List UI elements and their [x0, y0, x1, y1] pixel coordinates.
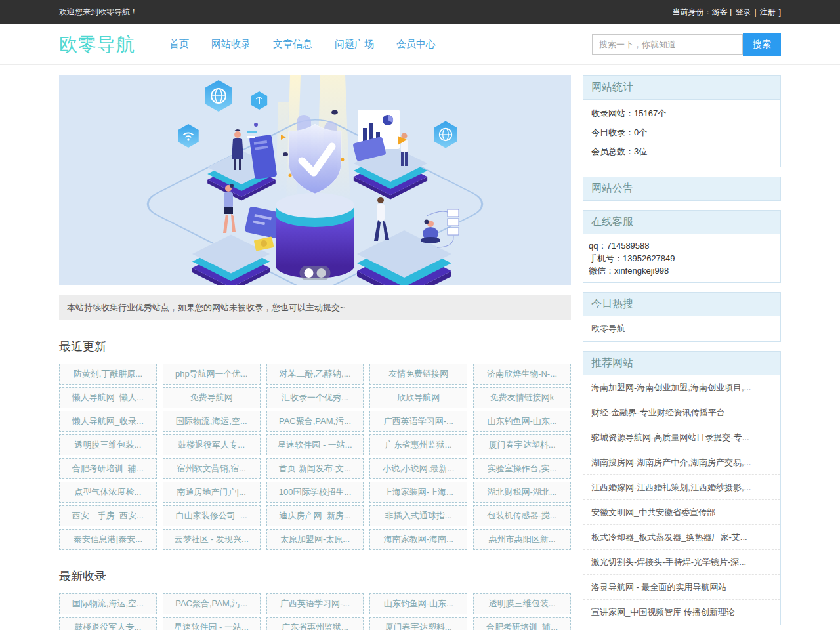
stat-row: 收录网站：15167个: [591, 108, 772, 119]
banner-illustration: [59, 75, 571, 285]
search-button[interactable]: 搜索: [743, 33, 781, 56]
site-link[interactable]: 星速软件园 - 一站...: [266, 434, 364, 455]
nav-link[interactable]: 会员中心: [396, 38, 436, 51]
site-link[interactable]: 国际物流,海运,空...: [163, 411, 261, 432]
section-title-latest-included: 最新收录: [59, 568, 571, 584]
carousel-dot[interactable]: [317, 268, 326, 278]
site-header: 欧零导航 首页网站收录文章信息问题广场会员中心 搜索: [0, 24, 840, 65]
site-link[interactable]: 合肥考研培训_辅...: [59, 458, 157, 479]
site-link[interactable]: 云梦社区 - 发现兴...: [163, 529, 261, 550]
main-nav: 首页网站收录文章信息问题广场会员中心: [169, 38, 436, 51]
site-link[interactable]: 海南家教网-海南...: [369, 529, 467, 550]
search-input[interactable]: [592, 34, 743, 55]
panel-title: 网站公告: [583, 177, 780, 200]
carousel-dots: [300, 266, 331, 280]
site-link[interactable]: 透明膜三维包装...: [473, 593, 571, 614]
site-link[interactable]: 友情免费链接网: [369, 364, 467, 385]
site-link[interactable]: 湖北财税网-湖北...: [473, 482, 571, 503]
site-link[interactable]: 首页 新闻发布-文...: [266, 458, 364, 479]
recommended-site-link[interactable]: 板式冷却器_板式蒸发器_换热器厂家-艾...: [583, 525, 780, 550]
recommended-site-link[interactable]: 财经-金融界-专业财经资讯传播平台: [583, 400, 780, 425]
site-link[interactable]: 懒人导航网_懒人...: [59, 387, 157, 408]
site-link[interactable]: 欣欣导航网: [369, 387, 467, 408]
identity-status: 当前身份：游客 [ 登录 | 注册 ]: [673, 7, 781, 18]
recommended-site-link[interactable]: 激光切割头-焊接头-手持焊-光学镜片-深...: [583, 550, 780, 575]
site-link[interactable]: 透明膜三维包装...: [59, 434, 157, 455]
nav-link[interactable]: 文章信息: [273, 38, 312, 51]
register-link[interactable]: 注册: [760, 7, 776, 18]
stat-row: 今日收录：0个: [591, 127, 772, 138]
site-link[interactable]: 山东钓鱼网-山东...: [473, 411, 571, 432]
latest-included-grid: 国际物流,海运,空...PAC聚合,PAM,污...广西英语学习网-...山东钓…: [59, 593, 571, 630]
site-link[interactable]: PAC聚合,PAM,污...: [163, 593, 261, 614]
stat-row: 会员总数：3位: [591, 146, 772, 158]
site-link[interactable]: 济南欣烨生物-N-...: [473, 364, 571, 385]
site-link[interactable]: 惠州市惠阳区新...: [473, 529, 571, 550]
recommended-list: 海南加盟网-海南创业加盟,海南创业项目,...财经-金融界-专业财经资讯传播平台…: [583, 375, 780, 625]
recommended-site-link[interactable]: 驼城资源导航网-高质量网站目录提交-专...: [583, 425, 780, 450]
site-link[interactable]: 宿州软文营销,宿...: [163, 458, 261, 479]
section-title-recent-update: 最近更新: [59, 339, 571, 354]
site-link[interactable]: 星速软件园 - 一站...: [163, 617, 261, 630]
nav-link[interactable]: 首页: [169, 38, 189, 51]
site-link[interactable]: 实验室操作台,实...: [473, 458, 571, 479]
site-link[interactable]: php导航网一个优...: [163, 364, 261, 385]
site-link[interactable]: 免费导航网: [163, 387, 261, 408]
contact-row: qq：714589588: [589, 240, 775, 252]
site-link[interactable]: 上海家装网-上海...: [369, 482, 467, 503]
site-link[interactable]: 泰安信息港|泰安...: [59, 529, 157, 550]
site-link[interactable]: 广东省惠州监狱...: [266, 617, 364, 630]
site-stats-body: 收录网站：15167个今日收录：0个会员总数：3位: [583, 99, 780, 167]
banner-carousel: [59, 75, 571, 285]
carousel-dot-active[interactable]: [304, 268, 314, 278]
site-link[interactable]: 防黄剂,丁酰肼原...: [59, 364, 157, 385]
recommended-site-link[interactable]: 宣讲家网_中国视频智库 传播创新理论: [583, 600, 780, 625]
panel-title: 网站统计: [583, 76, 780, 99]
recommended-site-link[interactable]: 江西婚嫁网-江西婚礼策划,江西婚纱摄影,...: [583, 475, 780, 500]
contact-row: 手机号：13952627849: [589, 252, 775, 264]
site-link[interactable]: 小说,小说网,最新...: [369, 458, 467, 479]
site-link[interactable]: 懒人导航网_收录...: [59, 411, 157, 432]
nav-link[interactable]: 网站收录: [211, 38, 251, 51]
site-link[interactable]: 厦门春宇达塑料...: [473, 434, 571, 455]
panel-title: 今日热搜: [583, 293, 780, 316]
hot-search-link[interactable]: 欧零导航: [591, 324, 625, 333]
site-link[interactable]: 点型气体浓度检...: [59, 482, 157, 503]
site-link[interactable]: 南通房地产门户|...: [163, 482, 261, 503]
recommended-site-link[interactable]: 洛灵导航网 - 最全面的实用导航网站: [583, 575, 780, 600]
site-link[interactable]: 合肥考研培训_辅...: [473, 617, 571, 630]
site-link[interactable]: 对苯二酚,乙醇钠,...: [266, 364, 364, 385]
site-link[interactable]: 免费友情链接网k: [473, 387, 571, 408]
site-link[interactable]: 太原加盟网-太原...: [266, 529, 364, 550]
site-link[interactable]: 西安二手房_西安...: [59, 505, 157, 526]
site-link[interactable]: 非插入式通球指...: [369, 505, 467, 526]
submit-notice: 本站持续收集行业优秀站点，如果您的网站未被收录，您也可以主动提交~: [59, 295, 571, 320]
recommended-site-link[interactable]: 湖南搜房网-湖南房产中介,湖南房产交易,...: [583, 450, 780, 475]
recommended-site-link[interactable]: 海南加盟网-海南创业加盟,海南创业项目,...: [583, 375, 780, 400]
site-link[interactable]: 山东钓鱼网-山东...: [369, 593, 467, 614]
site-link[interactable]: 广西英语学习网-...: [266, 593, 364, 614]
panel-site-stats: 网站统计 收录网站：15167个今日收录：0个会员总数：3位: [583, 75, 781, 167]
recommended-site-link[interactable]: 安徽文明网_中共安徽省委宣传部: [583, 500, 780, 525]
site-link[interactable]: 鼓楼退役军人专...: [163, 434, 261, 455]
site-link[interactable]: 包装机传感器-搅...: [473, 505, 571, 526]
identity-bracket: ]: [779, 8, 781, 17]
identity-divider: |: [755, 8, 757, 17]
site-link[interactable]: 汇收录一个优秀...: [266, 387, 364, 408]
panel-hot-search: 今日热搜 欧零导航: [583, 292, 781, 342]
site-link[interactable]: PAC聚合,PAM,污...: [266, 411, 364, 432]
online-service-body: qq：714589588手机号：13952627849微信：xinfengkej…: [583, 234, 780, 282]
site-link[interactable]: 广东省惠州监狱...: [369, 434, 467, 455]
main-content: 本站持续收集行业优秀站点，如果您的网站未被收录，您也可以主动提交~ 最近更新 防…: [59, 75, 571, 630]
site-link[interactable]: 厦门春宇达塑料...: [369, 617, 467, 630]
site-link[interactable]: 100国际学校招生...: [266, 482, 364, 503]
site-logo[interactable]: 欧零导航: [59, 32, 135, 57]
login-link[interactable]: 登录: [736, 7, 751, 18]
site-link[interactable]: 鼓楼退役军人专...: [59, 617, 157, 630]
nav-link[interactable]: 问题广场: [335, 38, 374, 51]
site-link[interactable]: 国际物流,海运,空...: [59, 593, 157, 614]
site-link[interactable]: 迪庆房产网_新房...: [266, 505, 364, 526]
site-link[interactable]: 广西英语学习网-...: [369, 411, 467, 432]
contact-row: 微信：xinfengkeji998: [589, 264, 775, 277]
site-link[interactable]: 白山家装修公司_...: [163, 505, 261, 526]
